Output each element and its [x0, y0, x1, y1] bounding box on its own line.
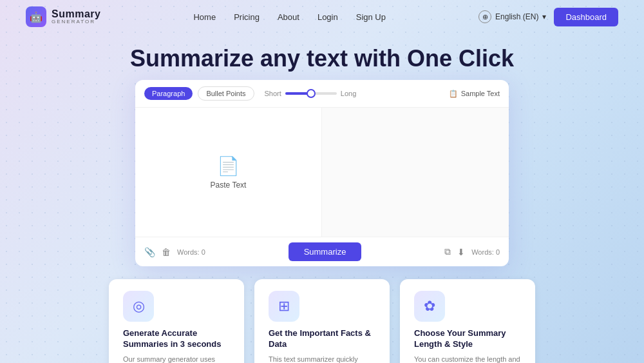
card-body: 📄 Paste Text [135, 108, 509, 237]
input-area[interactable]: 📄 Paste Text [135, 108, 322, 237]
toolbar-left: Paragraph Bullet Points Short Long [144, 86, 356, 101]
card-toolbar: Paragraph Bullet Points Short Long 📋 Sam… [135, 80, 509, 108]
chevron-down-icon: ▾ [542, 12, 546, 21]
logo-title: Summary [52, 9, 100, 19]
length-slider[interactable] [285, 92, 337, 95]
sample-text-button[interactable]: 📋 Sample Text [449, 90, 500, 98]
hero-section: Summarize any text with One Click [0, 34, 644, 80]
card-footer: 📎 🗑 Words: 0 Summarize ⧉ ⬇ Words: 0 [135, 237, 509, 266]
summarize-button[interactable]: Summarize [289, 242, 362, 261]
feature-card-accurate: ◎ Generate Accurate Summaries in 3 secon… [109, 279, 244, 363]
download-icon[interactable]: ⬇ [457, 247, 465, 257]
nav-home[interactable]: Home [193, 12, 216, 22]
output-area [322, 108, 509, 237]
slider-short-label: Short [265, 90, 281, 97]
feature-icon-wrapper-1: ⊞ [269, 291, 299, 322]
nav-links: Home Pricing About Login Sign Up [193, 12, 385, 22]
nav-about[interactable]: About [278, 12, 299, 22]
slider-long-label: Long [341, 90, 356, 97]
nav-right: ⊕ English (EN) ▾ Dashboard [478, 8, 618, 26]
input-word-count: Words: 0 [177, 248, 205, 256]
hero-title: Summarize any text with One Click [13, 45, 631, 72]
feature-desc-2: You can customize the length and format … [414, 354, 521, 363]
feature-card-style: ✿ Choose Your Summary Length & Style You… [400, 279, 535, 363]
feature-desc-0: Our summary generator uses advanced AI t… [123, 354, 230, 363]
logo-text: Summary GENERATOR [52, 9, 100, 25]
paste-icon: 📄 [217, 155, 240, 177]
globe-icon: ⊕ [478, 10, 491, 23]
accurate-icon: ◎ [133, 298, 145, 315]
feature-title-1: Get the Important Facts & Data [269, 328, 375, 350]
feature-title-2: Choose Your Summary Length & Style [414, 328, 521, 350]
language-selector[interactable]: ⊕ English (EN) ▾ [478, 10, 546, 23]
tab-paragraph[interactable]: Paragraph [144, 87, 193, 100]
logo[interactable]: 🤖 Summary GENERATOR [26, 6, 100, 27]
length-slider-container: Short Long [265, 90, 357, 97]
slider-thumb [307, 89, 316, 98]
logo-icon: 🤖 [26, 6, 46, 27]
footer-left: 📎 🗑 Words: 0 [144, 247, 205, 257]
nav-signup[interactable]: Sign Up [356, 12, 386, 22]
attach-icon[interactable]: 📎 [144, 247, 155, 257]
dashboard-button[interactable]: Dashboard [554, 8, 618, 26]
sample-text-label: Sample Text [461, 90, 500, 97]
tab-bullets[interactable]: Bullet Points [198, 86, 254, 101]
summarizer-card: Paragraph Bullet Points Short Long 📋 Sam… [135, 80, 509, 266]
feature-icon-wrapper-2: ✿ [414, 291, 445, 322]
feature-icon-wrapper-0: ◎ [123, 291, 154, 322]
style-icon: ✿ [424, 298, 435, 315]
features-section: ◎ Generate Accurate Summaries in 3 secon… [0, 266, 644, 363]
logo-subtitle: GENERATOR [52, 19, 100, 25]
trash-icon[interactable]: 🗑 [162, 247, 171, 257]
nav-login[interactable]: Login [317, 12, 338, 22]
clipboard-icon: 📋 [449, 90, 458, 98]
footer-right: ⧉ ⬇ Words: 0 [444, 246, 500, 257]
copy-icon[interactable]: ⧉ [444, 246, 451, 257]
facts-icon: ⊞ [278, 298, 290, 315]
nav-pricing[interactable]: Pricing [234, 12, 260, 22]
feature-title-0: Generate Accurate Summaries in 3 seconds [123, 328, 230, 350]
navbar: 🤖 Summary GENERATOR Home Pricing About L… [0, 0, 644, 34]
lang-text: English (EN) [495, 12, 538, 21]
feature-card-facts: ⊞ Get the Important Facts & Data This te… [254, 279, 390, 363]
output-word-count: Words: 0 [471, 248, 500, 256]
paste-label: Paste Text [211, 181, 247, 190]
feature-desc-1: This text summarizer quickly extracts im… [269, 354, 375, 363]
